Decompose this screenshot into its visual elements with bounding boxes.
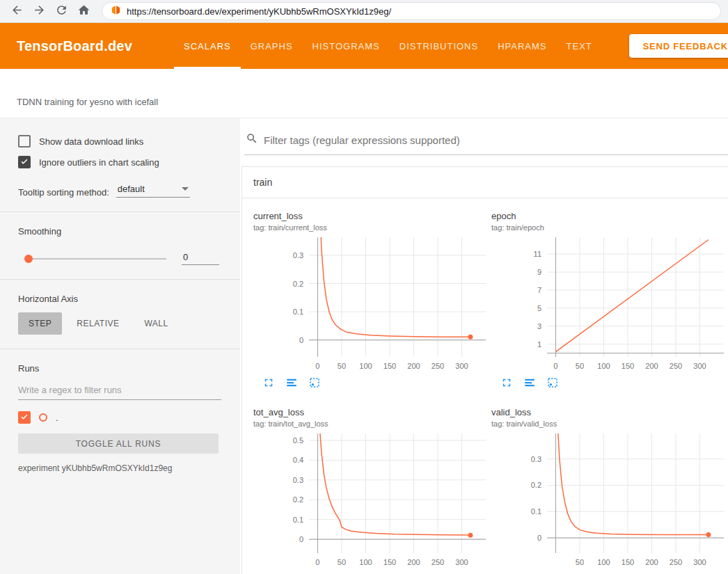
- runs-filter-input[interactable]: [18, 382, 221, 400]
- tab-scalars[interactable]: SCALARS: [174, 23, 241, 69]
- tab-distributions[interactable]: DISTRIBUTIONS: [390, 23, 488, 69]
- chart-tag: tag: train/epoch: [491, 223, 725, 232]
- check-icon: [19, 157, 29, 168]
- svg-text:0.4: 0.4: [293, 456, 303, 464]
- svg-text:100: 100: [597, 558, 610, 566]
- svg-text:0: 0: [299, 336, 303, 344]
- chart-tag: tag: train/tot_avg_loss: [253, 420, 487, 428]
- scalar-chart[interactable]: 1357911050100150200250300: [491, 234, 725, 375]
- data-list-icon: [523, 381, 536, 391]
- svg-text:200: 200: [645, 558, 658, 566]
- fit-domain-button[interactable]: [546, 376, 560, 390]
- run-checkbox[interactable]: [18, 411, 31, 424]
- axis-relative-button[interactable]: RELATIVE: [66, 312, 129, 335]
- tab-hparams[interactable]: HPARAMS: [488, 23, 556, 69]
- svg-text:0.3: 0.3: [293, 476, 303, 484]
- expand-chart-button[interactable]: [500, 376, 514, 390]
- svg-text:0.2: 0.2: [531, 481, 541, 489]
- back-icon: [10, 3, 24, 19]
- svg-text:50: 50: [576, 558, 584, 566]
- run-selector-button[interactable]: [523, 376, 537, 390]
- chart-tag: tag: train/current_loss: [253, 223, 487, 232]
- section-header-train[interactable]: train: [242, 167, 728, 198]
- filter-tags-input[interactable]: [264, 134, 728, 146]
- smoothing-slider[interactable]: [28, 258, 166, 260]
- svg-text:200: 200: [645, 362, 658, 370]
- send-feedback-button[interactable]: SEND FEEDBACK: [629, 34, 728, 58]
- show-download-links-label: Show data download links: [39, 136, 143, 147]
- run-name: .: [56, 413, 58, 423]
- chart-title: tot_avg_loss: [253, 407, 487, 417]
- svg-text:0.2: 0.2: [293, 495, 303, 504]
- axis-step-button[interactable]: STEP: [18, 312, 62, 335]
- tab-text[interactable]: TEXT: [557, 23, 602, 69]
- svg-text:0.5: 0.5: [293, 436, 303, 445]
- back-button[interactable]: [7, 1, 26, 21]
- divider: [0, 279, 240, 280]
- svg-text:100: 100: [359, 558, 372, 566]
- chart-tag: tag: train/valid_loss: [491, 420, 725, 428]
- svg-text:0: 0: [553, 362, 557, 370]
- reload-button[interactable]: [52, 1, 71, 21]
- divider: [0, 349, 240, 349]
- filter-tags-row: [244, 128, 728, 155]
- chart-card-epoch: epoch tag: train/epoch 13579110501001502…: [491, 211, 725, 390]
- svg-text:250: 250: [670, 362, 682, 370]
- tab-histograms[interactable]: HISTOGRAMS: [303, 23, 390, 69]
- ignore-outliers-label: Ignore outliers in chart scaling: [39, 157, 159, 168]
- chart-title: valid_loss: [491, 407, 725, 417]
- check-icon: [19, 412, 29, 424]
- svg-text:0: 0: [315, 362, 319, 370]
- svg-text:0.1: 0.1: [293, 516, 303, 524]
- smoothing-slider-knob[interactable]: [24, 255, 33, 263]
- brand[interactable]: TensorBoard.dev: [17, 38, 132, 54]
- tensorboard-favicon: [111, 5, 121, 18]
- axis-wall-button[interactable]: WALL: [134, 312, 178, 335]
- forward-icon: [33, 3, 46, 19]
- tooltip-sorting-label: Tooltip sorting method:: [18, 187, 109, 198]
- tab-graphs[interactable]: GRAPHS: [241, 23, 303, 69]
- svg-text:0.1: 0.1: [293, 308, 303, 316]
- smoothing-value-input[interactable]: 0: [182, 252, 219, 265]
- runs-label: Runs: [18, 363, 240, 374]
- show-download-links-checkbox[interactable]: [18, 135, 31, 148]
- home-button[interactable]: [74, 1, 93, 21]
- svg-text:0: 0: [315, 558, 319, 566]
- scalar-chart[interactable]: 00.10.20.30.40.5050100150200250300: [253, 431, 487, 571]
- expand-chart-button[interactable]: [262, 376, 276, 390]
- address-bar[interactable]: https://tensorboard.dev/experiment/yKUbh…: [102, 2, 721, 20]
- svg-text:9: 9: [537, 268, 541, 276]
- run-selector-button[interactable]: [285, 376, 299, 390]
- toggle-all-runs-button[interactable]: TOGGLE ALL RUNS: [18, 433, 219, 454]
- chart-card-valid-loss: valid_loss tag: train/valid_loss 00.10.2…: [491, 407, 725, 574]
- forward-button[interactable]: [29, 1, 49, 21]
- chart-title: current_loss: [253, 211, 487, 221]
- search-icon: [246, 132, 258, 148]
- run-row: .: [18, 411, 240, 424]
- svg-text:5: 5: [537, 304, 541, 312]
- fit-domain-button[interactable]: [308, 376, 322, 390]
- experiment-title: TDNN training for yesno with icefall: [0, 69, 728, 118]
- svg-text:0: 0: [537, 534, 541, 542]
- svg-text:100: 100: [597, 362, 610, 370]
- svg-text:300: 300: [693, 558, 706, 566]
- tooltip-sorting-select[interactable]: default: [116, 184, 190, 198]
- expand-icon: [262, 381, 275, 391]
- app-header: TensorBoard.dev SCALARS GRAPHS HISTOGRAM…: [0, 23, 728, 69]
- scalar-chart[interactable]: 00.10.20.3050100150200250300: [253, 234, 487, 375]
- ignore-outliers-checkbox[interactable]: [18, 156, 31, 168]
- expand-icon: [500, 381, 513, 391]
- svg-text:1: 1: [537, 340, 541, 349]
- svg-text:100: 100: [359, 362, 372, 370]
- svg-text:150: 150: [383, 362, 396, 370]
- chevron-down-icon: [182, 187, 189, 191]
- run-color-swatch: [39, 413, 47, 422]
- svg-text:200: 200: [407, 558, 420, 566]
- url-text: https://tensorboard.dev/experiment/yKUbh…: [127, 6, 391, 17]
- svg-text:200: 200: [407, 362, 420, 370]
- fit-domain-icon: [308, 381, 321, 391]
- svg-text:150: 150: [622, 362, 634, 370]
- data-list-icon: [285, 381, 298, 391]
- svg-text:50: 50: [338, 362, 346, 370]
- scalar-chart[interactable]: 00.10.20.350100150200250300: [491, 431, 725, 571]
